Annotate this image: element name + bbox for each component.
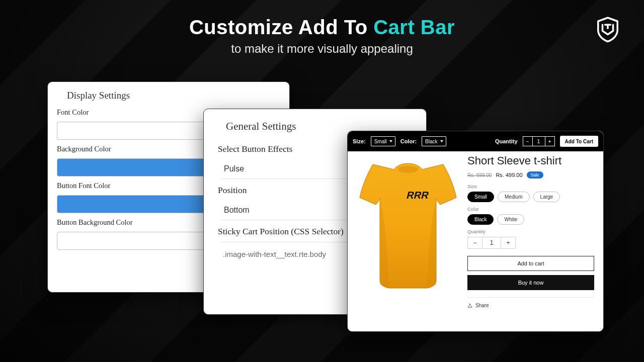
new-price: Rs. 499.00 <box>496 172 522 178</box>
quantity-stepper[interactable]: − 1 + <box>467 237 516 249</box>
share-row[interactable]: Share <box>467 297 594 308</box>
qty-minus[interactable]: − <box>468 237 482 248</box>
color-pill-white[interactable]: White <box>497 214 524 225</box>
size-option-label: Size <box>467 184 594 189</box>
sale-badge: Sale <box>527 171 543 178</box>
size-pill-large[interactable]: Large <box>533 192 560 202</box>
bar-color-label: Color: <box>400 138 417 144</box>
qty-value: 1 <box>482 237 501 248</box>
product-info: Short Sleeve t-shirt Rs. 699.00 Rs. 499.… <box>467 154 594 308</box>
bar-qty-plus[interactable]: + <box>545 137 554 146</box>
page-subtitle: to make it more visually appealing <box>0 42 644 56</box>
product-preview-panel: Size: Small Color: Black Quantity − 1 + … <box>347 131 604 332</box>
size-pill-medium[interactable]: Medium <box>498 192 530 202</box>
bar-add-to-cart-button[interactable]: Add To Cart <box>560 136 598 147</box>
size-pill-small[interactable]: Small <box>467 192 494 202</box>
share-label: Share <box>475 303 489 308</box>
share-icon <box>467 303 472 308</box>
page-title: Customize Add To Cart Bar <box>0 16 644 39</box>
tshirt-icon: RRR <box>353 154 463 300</box>
title-part1: Customize Add To <box>189 16 373 38</box>
bar-qty-value: 1 <box>532 137 545 146</box>
color-option-label: Color <box>467 206 594 212</box>
bar-size-select[interactable]: Small <box>371 136 395 146</box>
buy-now-button[interactable]: Buy it now <box>467 275 594 290</box>
product-title: Short Sleeve t-shirt <box>467 154 594 167</box>
bar-qty-stepper[interactable]: − 1 + <box>523 136 555 146</box>
price-row: Rs. 699.00 Rs. 499.00 Sale <box>467 171 594 178</box>
brand-logo <box>594 15 622 45</box>
tshirt-print-text: RRR <box>406 190 430 201</box>
product-body: RRR Short Sleeve t-shirt Rs. 699.00 Rs. … <box>348 151 603 315</box>
bar-size-label: Size: <box>353 138 366 144</box>
title-accent: Cart Bar <box>373 16 455 38</box>
bar-color-value: Black <box>425 139 437 144</box>
size-pill-row: Small Medium Large <box>467 192 594 202</box>
bar-qty-label: Quantity <box>495 138 518 144</box>
sticky-cart-bar: Size: Small Color: Black Quantity − 1 + … <box>348 131 603 151</box>
display-settings-title: Display Settings <box>67 90 279 101</box>
add-to-cart-button[interactable]: Add to cart <box>467 256 594 271</box>
color-pill-row: Black White <box>467 214 594 225</box>
old-price: Rs. 699.00 <box>467 172 492 178</box>
qty-option-label: Quantity <box>467 229 594 234</box>
bar-qty-minus[interactable]: − <box>523 137 532 146</box>
qty-plus[interactable]: + <box>501 237 515 248</box>
headline: Customize Add To Cart Bar to make it mor… <box>0 16 644 56</box>
bar-color-select[interactable]: Black <box>422 136 446 146</box>
bar-size-value: Small <box>374 139 387 144</box>
product-image: RRR <box>353 154 463 300</box>
svg-point-0 <box>398 166 418 173</box>
color-pill-black[interactable]: Black <box>467 214 494 225</box>
